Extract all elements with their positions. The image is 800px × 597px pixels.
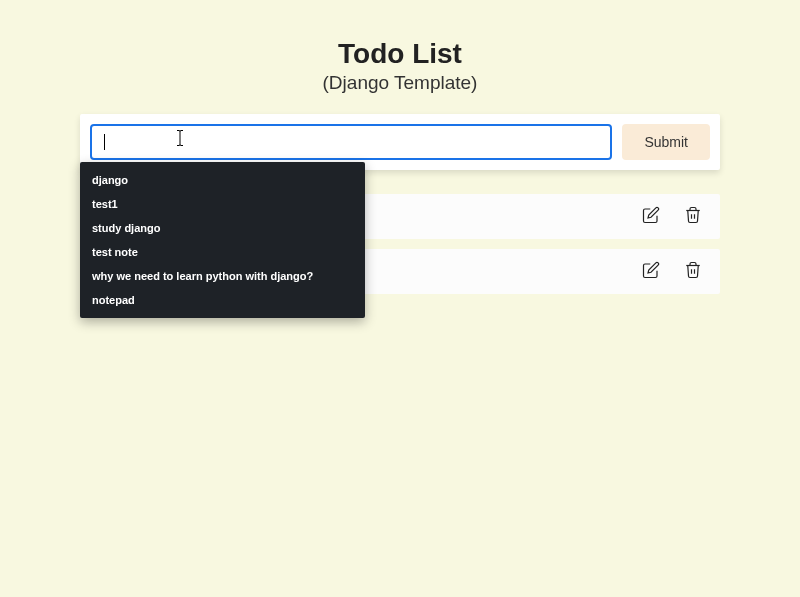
input-row: Submit django test1 study django test no… [80,114,720,170]
delete-button[interactable] [682,204,704,229]
edit-button[interactable] [640,259,662,284]
autocomplete-dropdown: django test1 study django test note why … [80,162,365,318]
autocomplete-item[interactable]: why we need to learn python with django? [80,264,365,288]
trash-icon [684,261,702,282]
todo-input[interactable] [90,124,612,160]
autocomplete-item[interactable]: notepad [80,288,365,312]
delete-button[interactable] [682,259,704,284]
page-subtitle: (Django Template) [80,72,720,94]
autocomplete-item[interactable]: test note [80,240,365,264]
autocomplete-item[interactable]: test1 [80,192,365,216]
autocomplete-item[interactable]: study django [80,216,365,240]
submit-button[interactable]: Submit [622,124,710,160]
todo-actions [640,204,704,229]
autocomplete-item[interactable]: django [80,168,365,192]
trash-icon [684,206,702,227]
edit-icon [642,261,660,282]
edit-icon [642,206,660,227]
todo-actions [640,259,704,284]
page-title: Todo List [80,38,720,70]
text-caret [104,134,105,150]
edit-button[interactable] [640,204,662,229]
